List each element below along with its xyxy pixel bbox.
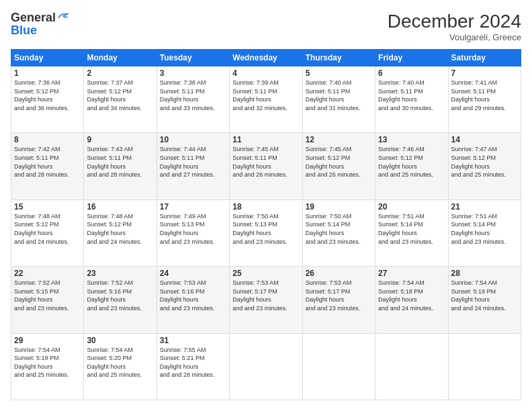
day-number: 15 bbox=[14, 202, 81, 212]
table-row: 7 Sunrise: 7:41 AMSunset: 5:11 PMDayligh… bbox=[448, 66, 521, 133]
day-info: Sunrise: 7:39 AMSunset: 5:11 PMDaylight … bbox=[232, 79, 299, 112]
day-info: Sunrise: 7:53 AMSunset: 5:16 PMDaylight … bbox=[160, 279, 226, 312]
day-info: Sunrise: 7:48 AMSunset: 5:12 PMDaylight … bbox=[87, 212, 153, 246]
month-title: December 2024 bbox=[388, 11, 521, 32]
day-number: 13 bbox=[378, 135, 445, 144]
table-row: 9 Sunrise: 7:43 AMSunset: 5:11 PMDayligh… bbox=[84, 133, 157, 199]
day-info: Sunrise: 7:36 AMSunset: 5:12 PMDaylight … bbox=[14, 79, 81, 112]
table-row: 3 Sunrise: 7:38 AMSunset: 5:11 PMDayligh… bbox=[157, 66, 229, 133]
table-row: 20 Sunrise: 7:51 AMSunset: 5:14 PMDaylig… bbox=[375, 199, 448, 266]
day-info: Sunrise: 7:46 AMSunset: 5:12 PMDaylight … bbox=[378, 145, 445, 179]
day-info: Sunrise: 7:44 AMSunset: 5:11 PMDaylight … bbox=[160, 145, 226, 179]
day-number: 25 bbox=[232, 269, 299, 278]
col-header-friday: Friday bbox=[375, 50, 448, 66]
day-number: 20 bbox=[378, 202, 445, 212]
table-row: 29 Sunrise: 7:54 AMSunset: 5:19 PMDaylig… bbox=[11, 333, 84, 400]
day-number: 6 bbox=[378, 68, 445, 78]
day-info: Sunrise: 7:41 AMSunset: 5:11 PMDaylight … bbox=[451, 79, 518, 112]
day-number: 5 bbox=[306, 68, 372, 78]
day-number: 22 bbox=[14, 269, 81, 278]
table-row: 23 Sunrise: 7:52 AMSunset: 5:16 PMDaylig… bbox=[84, 267, 157, 333]
col-header-saturday: Saturday bbox=[448, 50, 521, 66]
day-info: Sunrise: 7:38 AMSunset: 5:11 PMDaylight … bbox=[160, 79, 226, 112]
day-info: Sunrise: 7:42 AMSunset: 5:11 PMDaylight … bbox=[14, 145, 81, 179]
day-number: 14 bbox=[451, 135, 518, 144]
day-number: 21 bbox=[451, 202, 518, 212]
col-header-monday: Monday bbox=[84, 50, 157, 66]
day-number: 17 bbox=[160, 202, 226, 212]
table-row: 24 Sunrise: 7:53 AMSunset: 5:16 PMDaylig… bbox=[157, 267, 229, 333]
logo-blue: Blue bbox=[11, 24, 69, 38]
day-info: Sunrise: 7:43 AMSunset: 5:11 PMDaylight … bbox=[87, 145, 153, 179]
day-number: 19 bbox=[306, 202, 372, 212]
day-info: Sunrise: 7:53 AMSunset: 5:17 PMDaylight … bbox=[232, 279, 299, 312]
table-row: 5 Sunrise: 7:40 AMSunset: 5:11 PMDayligh… bbox=[302, 66, 375, 133]
day-number: 8 bbox=[14, 135, 81, 144]
day-info: Sunrise: 7:54 AMSunset: 5:19 PMDaylight … bbox=[451, 279, 518, 312]
table-row: 17 Sunrise: 7:49 AMSunset: 5:13 PMDaylig… bbox=[157, 199, 229, 266]
day-number: 4 bbox=[232, 68, 299, 78]
table-row: 4 Sunrise: 7:39 AMSunset: 5:11 PMDayligh… bbox=[230, 66, 302, 133]
calendar-week-row: 15 Sunrise: 7:48 AMSunset: 5:12 PMDaylig… bbox=[11, 199, 521, 266]
table-row: 21 Sunrise: 7:51 AMSunset: 5:14 PMDaylig… bbox=[448, 199, 521, 266]
day-number: 1 bbox=[14, 68, 81, 78]
day-info: Sunrise: 7:54 AMSunset: 5:18 PMDaylight … bbox=[378, 279, 445, 312]
col-header-sunday: Sunday bbox=[11, 50, 84, 66]
day-info: Sunrise: 7:50 AMSunset: 5:13 PMDaylight … bbox=[232, 212, 299, 246]
table-row: 16 Sunrise: 7:48 AMSunset: 5:12 PMDaylig… bbox=[84, 199, 157, 266]
day-info: Sunrise: 7:45 AMSunset: 5:11 PMDaylight … bbox=[232, 145, 299, 179]
day-number: 29 bbox=[14, 336, 81, 345]
table-row: 10 Sunrise: 7:44 AMSunset: 5:11 PMDaylig… bbox=[157, 133, 229, 199]
day-number: 26 bbox=[306, 269, 372, 278]
day-info: Sunrise: 7:40 AMSunset: 5:11 PMDaylight … bbox=[378, 79, 445, 112]
table-row: 13 Sunrise: 7:46 AMSunset: 5:12 PMDaylig… bbox=[375, 133, 448, 199]
table-row bbox=[375, 333, 448, 400]
calendar-table: SundayMondayTuesdayWednesdayThursdayFrid… bbox=[11, 49, 521, 400]
day-number: 3 bbox=[160, 68, 226, 78]
table-row: 22 Sunrise: 7:52 AMSunset: 5:15 PMDaylig… bbox=[11, 267, 84, 333]
day-info: Sunrise: 7:52 AMSunset: 5:15 PMDaylight … bbox=[14, 279, 81, 312]
table-row: 31 Sunrise: 7:55 AMSunset: 5:21 PMDaylig… bbox=[157, 333, 229, 400]
table-row: 8 Sunrise: 7:42 AMSunset: 5:11 PMDayligh… bbox=[11, 133, 84, 199]
day-number: 11 bbox=[232, 135, 299, 144]
day-number: 9 bbox=[87, 135, 153, 144]
table-row: 2 Sunrise: 7:37 AMSunset: 5:12 PMDayligh… bbox=[84, 66, 157, 133]
table-row: 6 Sunrise: 7:40 AMSunset: 5:11 PMDayligh… bbox=[375, 66, 448, 133]
col-header-thursday: Thursday bbox=[302, 50, 375, 66]
day-number: 2 bbox=[87, 68, 153, 78]
day-number: 28 bbox=[451, 269, 518, 278]
day-info: Sunrise: 7:49 AMSunset: 5:13 PMDaylight … bbox=[160, 212, 226, 246]
day-number: 24 bbox=[160, 269, 226, 278]
table-row bbox=[230, 333, 302, 400]
table-row bbox=[302, 333, 375, 400]
day-info: Sunrise: 7:54 AMSunset: 5:20 PMDaylight … bbox=[87, 346, 153, 379]
table-row: 28 Sunrise: 7:54 AMSunset: 5:19 PMDaylig… bbox=[448, 267, 521, 333]
table-row: 25 Sunrise: 7:53 AMSunset: 5:17 PMDaylig… bbox=[230, 267, 302, 333]
logo-general: General bbox=[11, 11, 56, 25]
day-info: Sunrise: 7:51 AMSunset: 5:14 PMDaylight … bbox=[378, 212, 445, 246]
day-number: 18 bbox=[232, 202, 299, 212]
table-row: 19 Sunrise: 7:50 AMSunset: 5:14 PMDaylig… bbox=[302, 199, 375, 266]
day-number: 10 bbox=[160, 135, 226, 144]
table-row: 1 Sunrise: 7:36 AMSunset: 5:12 PMDayligh… bbox=[11, 66, 84, 133]
day-number: 30 bbox=[87, 336, 153, 345]
calendar-week-row: 1 Sunrise: 7:36 AMSunset: 5:12 PMDayligh… bbox=[11, 66, 521, 133]
calendar-week-row: 8 Sunrise: 7:42 AMSunset: 5:11 PMDayligh… bbox=[11, 133, 521, 199]
table-row: 26 Sunrise: 7:53 AMSunset: 5:17 PMDaylig… bbox=[302, 267, 375, 333]
day-info: Sunrise: 7:48 AMSunset: 5:12 PMDaylight … bbox=[14, 212, 81, 246]
day-info: Sunrise: 7:47 AMSunset: 5:12 PMDaylight … bbox=[451, 145, 518, 179]
day-info: Sunrise: 7:45 AMSunset: 5:12 PMDaylight … bbox=[306, 145, 372, 179]
day-info: Sunrise: 7:55 AMSunset: 5:21 PMDaylight … bbox=[160, 346, 226, 379]
header: General Blue December 2024 Voulgareli, G… bbox=[11, 11, 521, 42]
day-info: Sunrise: 7:51 AMSunset: 5:14 PMDaylight … bbox=[451, 212, 518, 246]
location: Voulgareli, Greece bbox=[388, 32, 521, 42]
table-row: 30 Sunrise: 7:54 AMSunset: 5:20 PMDaylig… bbox=[84, 333, 157, 400]
logo-bird-icon bbox=[57, 11, 69, 21]
table-row: 12 Sunrise: 7:45 AMSunset: 5:12 PMDaylig… bbox=[302, 133, 375, 199]
table-row: 18 Sunrise: 7:50 AMSunset: 5:13 PMDaylig… bbox=[230, 199, 302, 266]
calendar-week-row: 22 Sunrise: 7:52 AMSunset: 5:15 PMDaylig… bbox=[11, 267, 521, 333]
calendar-week-row: 29 Sunrise: 7:54 AMSunset: 5:19 PMDaylig… bbox=[11, 333, 521, 400]
table-row: 27 Sunrise: 7:54 AMSunset: 5:18 PMDaylig… bbox=[375, 267, 448, 333]
calendar-header-row: SundayMondayTuesdayWednesdayThursdayFrid… bbox=[11, 50, 521, 66]
day-info: Sunrise: 7:37 AMSunset: 5:12 PMDaylight … bbox=[87, 79, 153, 112]
